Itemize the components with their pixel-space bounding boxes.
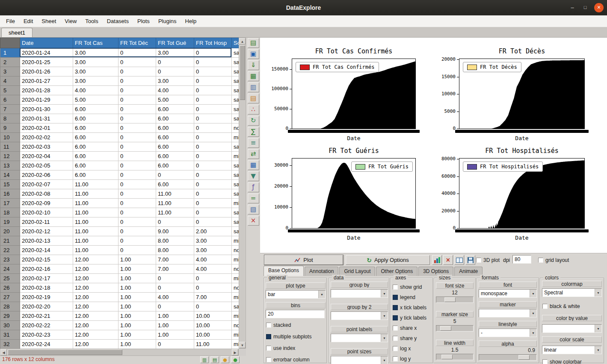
row-index[interactable]: 12 bbox=[0, 152, 20, 161]
table-cell[interactable]: 0 bbox=[118, 208, 156, 217]
table-cell[interactable]: 2020-02-15 bbox=[20, 255, 73, 264]
row-index[interactable]: 4 bbox=[0, 76, 20, 86]
table-cell[interactable]: 6.00 bbox=[73, 123, 118, 133]
bins-input[interactable]: 20 bbox=[266, 310, 325, 318]
table-cell[interactable]: 0 bbox=[118, 142, 156, 152]
table-cell[interactable]: 1.00 bbox=[118, 264, 156, 274]
3d-plot-checkbox[interactable]: 3D plot bbox=[476, 257, 500, 264]
table-cell[interactable]: 6.00 bbox=[73, 142, 118, 152]
row-index[interactable]: 27 bbox=[0, 293, 20, 302]
table-cell[interactable]: 12.00 bbox=[73, 340, 118, 349]
table-cell[interactable]: 11.00 bbox=[73, 236, 118, 246]
table-cell[interactable]: 0 bbox=[194, 105, 232, 114]
table-cell[interactable]: 0 bbox=[156, 58, 194, 67]
table-cell[interactable]: 0 bbox=[194, 161, 232, 170]
expand-columns-button[interactable]: ▥ bbox=[200, 356, 209, 363]
check-show-colorbar[interactable]: show colorbar bbox=[542, 358, 582, 364]
table-cell[interactable]: 2020-02-22 bbox=[20, 321, 73, 330]
row-index[interactable]: 1 bbox=[0, 48, 20, 58]
slider-alpha[interactable] bbox=[479, 354, 537, 361]
table-cell[interactable]: 4.00 bbox=[194, 255, 232, 264]
table-cell[interactable]: 11.00 bbox=[73, 246, 118, 255]
table-cell[interactable]: 3.00 bbox=[194, 236, 232, 246]
table-cell[interactable]: 2020-02-13 bbox=[20, 236, 73, 246]
select-point-labels[interactable]: ▼ bbox=[331, 334, 388, 342]
table-cell[interactable]: 0 bbox=[156, 170, 194, 180]
table-cell[interactable]: no bbox=[232, 321, 239, 330]
table-cell[interactable]: 12.00 bbox=[73, 330, 118, 340]
table-cell[interactable]: 0 bbox=[194, 58, 232, 67]
row-index[interactable]: 32 bbox=[0, 340, 20, 349]
row-index[interactable]: 29 bbox=[0, 311, 20, 321]
import-csv-button[interactable]: ⇓ bbox=[248, 60, 259, 70]
menu-plugins[interactable]: Plugins bbox=[154, 16, 181, 26]
check-use-index[interactable]: use index bbox=[266, 345, 295, 352]
table-cell[interactable]: 11.00 bbox=[73, 199, 118, 208]
table-cell[interactable]: 0 bbox=[118, 246, 156, 255]
table-cell[interactable]: mi bbox=[232, 330, 239, 340]
copy-table-button[interactable]: ▥ bbox=[248, 82, 259, 92]
slider-font-size-thumb[interactable] bbox=[444, 297, 456, 302]
table-cell[interactable]: 2020-02-02 bbox=[20, 133, 73, 142]
table-cell[interactable]: 6.00 bbox=[73, 133, 118, 142]
row-index[interactable]: 10 bbox=[0, 133, 20, 142]
table-cell[interactable]: 6.00 bbox=[156, 142, 194, 152]
apply-function-button[interactable]: ƒ bbox=[248, 182, 259, 192]
table-cell[interactable]: 0 bbox=[118, 123, 156, 133]
table-cell[interactable]: 2020-02-17 bbox=[20, 274, 73, 283]
table-cell[interactable]: 2020-02-18 bbox=[20, 283, 73, 293]
menu-help[interactable]: Help bbox=[181, 16, 201, 26]
horizontal-scroll-thumb[interactable] bbox=[8, 349, 122, 355]
table-cell[interactable]: 2020-02-04 bbox=[20, 152, 73, 161]
table-cell[interactable]: 6.00 bbox=[73, 114, 118, 123]
table-cell[interactable]: 2020-02-03 bbox=[20, 142, 73, 152]
table-cell[interactable]: 0 bbox=[194, 208, 232, 217]
table-cell[interactable]: 6.00 bbox=[73, 170, 118, 180]
table-cell[interactable]: 1.00 bbox=[118, 274, 156, 283]
table-cell[interactable]: sa bbox=[232, 170, 239, 180]
table-cell[interactable]: mi bbox=[232, 236, 239, 246]
table-cell[interactable]: sa bbox=[232, 180, 239, 189]
table-cell[interactable]: 0 bbox=[194, 170, 232, 180]
select-colormap[interactable]: Spectral▼ bbox=[542, 288, 602, 297]
table-cell[interactable]: 12.00 bbox=[73, 255, 118, 264]
load-project-button[interactable]: ▤ bbox=[248, 38, 259, 48]
table-cell[interactable]: sa bbox=[232, 105, 239, 114]
table-cell[interactable]: 0 bbox=[156, 67, 194, 76]
row-index[interactable]: 3 bbox=[0, 67, 20, 76]
row-index[interactable]: 26 bbox=[0, 283, 20, 293]
table-cell[interactable]: no bbox=[232, 246, 239, 255]
table-cell[interactable]: 2020-01-24 bbox=[20, 48, 73, 58]
row-index[interactable]: 25 bbox=[0, 274, 20, 283]
check-x-tick-labels[interactable]: x tick labels bbox=[393, 304, 426, 311]
row-index[interactable]: 24 bbox=[0, 264, 20, 274]
table-cell[interactable]: 4.00 bbox=[194, 264, 232, 274]
row-index[interactable]: 8 bbox=[0, 114, 20, 123]
split-view-button[interactable] bbox=[454, 255, 464, 265]
slider-marker-size[interactable] bbox=[436, 325, 474, 332]
scroll-up-button[interactable]: ▲ bbox=[239, 38, 246, 44]
table-cell[interactable]: 2020-01-29 bbox=[20, 95, 73, 105]
table-cell[interactable]: 0 bbox=[194, 114, 232, 123]
row-index[interactable]: 30 bbox=[0, 321, 20, 330]
close-button[interactable]: × bbox=[594, 3, 604, 12]
table-cell[interactable]: sa bbox=[232, 67, 239, 76]
table-cell[interactable]: 8.00 bbox=[156, 236, 194, 246]
plot-type-select[interactable]: bar▼ bbox=[266, 290, 326, 299]
row-index[interactable]: 22 bbox=[0, 246, 20, 255]
table-cell[interactable]: 10.00 bbox=[194, 321, 232, 330]
row-index[interactable]: 11 bbox=[0, 142, 20, 152]
table-cell[interactable]: sa bbox=[232, 86, 239, 95]
check-legend[interactable]: legend bbox=[393, 294, 415, 301]
table-cell[interactable]: 3.00 bbox=[73, 58, 118, 67]
merge-button[interactable]: ⇄ bbox=[248, 149, 259, 159]
table-cell[interactable]: 0 bbox=[194, 67, 232, 76]
table-cell[interactable]: 0 bbox=[118, 95, 156, 105]
table-cell[interactable]: 3.00 bbox=[156, 48, 194, 58]
table-cell[interactable]: 0 bbox=[118, 236, 156, 246]
row-index[interactable]: 18 bbox=[0, 208, 20, 217]
table-cell[interactable]: 2020-01-26 bbox=[20, 67, 73, 76]
row-index[interactable]: 15 bbox=[0, 180, 20, 189]
table-cell[interactable]: 1.00 bbox=[118, 255, 156, 264]
table-cell[interactable]: 12.00 bbox=[73, 274, 118, 283]
